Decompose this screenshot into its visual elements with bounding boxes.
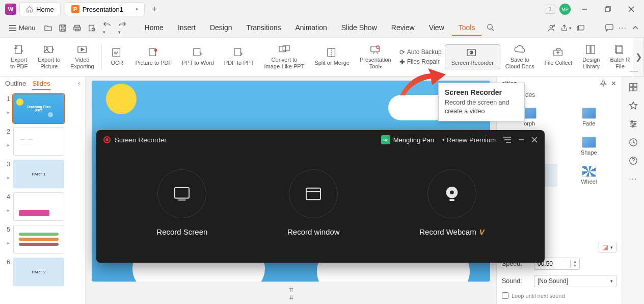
renew-premium-button[interactable]: ▾Renew Premium: [442, 136, 496, 144]
slide-thumbnail-6[interactable]: PART 2: [13, 258, 64, 286]
close-button[interactable]: [622, 2, 641, 16]
transition-fade[interactable]: Fade: [561, 106, 617, 129]
pdf-icon: [13, 44, 24, 55]
picture-to-pdf-button[interactable]: Picture to PDF: [130, 45, 177, 68]
menu-tab-insert[interactable]: Insert: [171, 20, 202, 36]
video-exporting-button[interactable]: Video Exporting: [65, 42, 99, 72]
spin-down-icon[interactable]: ▼: [571, 264, 579, 268]
tab-home[interactable]: Home: [19, 2, 61, 16]
more-icon[interactable]: ···: [619, 23, 627, 33]
layout-icon[interactable]: [629, 83, 638, 92]
screen-recorder-window: Screen Recorder MP Mengting Pan ▾Renew P…: [96, 130, 545, 263]
window-counter[interactable]: 1: [545, 5, 555, 14]
panel-collapse-icon[interactable]: ‹: [78, 80, 80, 90]
ppt-to-word-button[interactable]: PPT to Word: [177, 45, 219, 68]
chat-icon[interactable]: [605, 24, 613, 32]
collapse-ribbon-icon[interactable]: [632, 26, 639, 31]
star-icon[interactable]: [629, 101, 638, 110]
tab-document[interactable]: P Presentation1 •: [65, 2, 145, 16]
open-icon[interactable]: [42, 23, 55, 33]
slide-thumbnail-5[interactable]: [13, 225, 64, 254]
recorder-minimize-icon[interactable]: [518, 137, 524, 143]
slide-thumbnail-4[interactable]: [13, 192, 64, 221]
ocr-button[interactable]: W OCR: [104, 45, 130, 68]
export-icon[interactable]: ▾: [560, 24, 572, 32]
redo-button[interactable]: ▾: [116, 19, 129, 37]
file-collect-button[interactable]: File Collect: [540, 45, 577, 68]
sound-label: Sound:: [502, 277, 530, 285]
animation-indicator-icon: ✦: [6, 208, 10, 214]
svg-rect-7: [60, 25, 66, 31]
repair-icon: ✚: [399, 58, 405, 66]
restore-button[interactable]: [598, 2, 618, 16]
split-merge-button[interactable]: Split or Merge: [309, 45, 354, 68]
window-icon[interactable]: [577, 24, 585, 32]
close-panel-icon[interactable]: ✕: [611, 80, 616, 87]
menu-tab-design[interactable]: Design: [203, 20, 239, 36]
sliders-icon[interactable]: [629, 119, 638, 129]
export-pdf-button[interactable]: Export to PDF: [5, 42, 33, 72]
slide-thumbnail-2[interactable]: [13, 127, 64, 156]
imagelike-icon: [278, 44, 290, 55]
print-preview-icon[interactable]: [86, 23, 98, 33]
svg-point-12: [92, 28, 95, 31]
slides-tab[interactable]: Slides: [32, 80, 50, 90]
design-library-button[interactable]: Design Library: [577, 42, 605, 72]
spin-up-icon[interactable]: ▲: [571, 260, 579, 264]
thumb-number: 4: [5, 192, 10, 200]
pdf-to-ppt-button[interactable]: PDF to PPT: [219, 45, 259, 68]
svg-rect-9: [73, 27, 80, 30]
thumb-number: 5: [5, 225, 10, 233]
convert-imagelike-button[interactable]: Convert to Image-Like PPT: [259, 42, 310, 72]
user-avatar[interactable]: MP: [559, 4, 571, 15]
menu-tab-view[interactable]: View: [422, 20, 451, 36]
export-picture-button[interactable]: Export to Picture: [33, 42, 65, 72]
loop-checkbox[interactable]: [502, 292, 508, 299]
help-icon[interactable]: [629, 156, 638, 165]
svg-rect-38: [591, 45, 595, 54]
menu-tab-transitions[interactable]: Transitions: [240, 20, 288, 36]
menu-tab-home[interactable]: Home: [138, 20, 170, 36]
transition-shape[interactable]: Shape: [561, 135, 617, 158]
svg-rect-59: [175, 187, 189, 198]
save-cloud-label: Save to Cloud Docs: [505, 57, 534, 70]
history-icon[interactable]: [629, 138, 638, 147]
files-repair-button[interactable]: ✚Files Repair: [399, 58, 442, 66]
recorder-menu-icon[interactable]: [503, 137, 511, 143]
outline-tab[interactable]: Outline: [5, 80, 26, 90]
screen-recorder-button[interactable]: Screen Recorder: [445, 44, 500, 69]
menu-tab-tools[interactable]: Tools: [452, 20, 482, 36]
menu-tab-animation[interactable]: Animation: [288, 20, 333, 36]
record-webcam-button[interactable]: Record WebcamV: [419, 169, 484, 236]
svg-text:W: W: [114, 51, 118, 56]
print-icon[interactable]: [71, 23, 84, 33]
svg-rect-42: [633, 84, 636, 87]
menu-tab-slideshow[interactable]: Slide Show: [335, 20, 384, 36]
chevron-down-icon: ▾: [610, 278, 613, 284]
transition-wheel[interactable]: Wheel: [561, 164, 617, 187]
minimize-button[interactable]: [575, 2, 594, 16]
menu-tab-review[interactable]: Review: [385, 20, 421, 36]
more-vertical-icon[interactable]: ···: [629, 174, 637, 184]
record-screen-button[interactable]: Record Screen: [156, 169, 207, 236]
next-slide-icon[interactable]: ⇊: [289, 294, 293, 301]
share-icon[interactable]: [547, 24, 555, 32]
slide-thumbnail-3[interactable]: PART 1: [13, 160, 64, 188]
pin-icon[interactable]: [600, 80, 607, 87]
recorder-close-icon[interactable]: [531, 137, 538, 143]
save-cloud-button[interactable]: Save to Cloud Docs: [500, 42, 540, 72]
prev-slide-icon[interactable]: ⇈: [289, 287, 293, 293]
main-menu-button[interactable]: Menu: [5, 22, 40, 34]
add-tab-button[interactable]: +: [152, 4, 157, 15]
eraser-dropdown[interactable]: ◪▾: [599, 242, 616, 252]
presentation-tool-button[interactable]: Presentation Tool▾: [355, 42, 396, 72]
fade-icon: [582, 108, 596, 119]
save-icon[interactable]: [57, 23, 69, 33]
search-icon[interactable]: [482, 20, 498, 36]
undo-button[interactable]: ▾: [100, 19, 114, 37]
rail-collapse-icon[interactable]: —: [630, 66, 638, 75]
sound-select[interactable]: [No Sound]▾: [534, 275, 616, 287]
slide-thumbnail-1[interactable]: Teaching Plan PPT: [13, 94, 64, 123]
auto-backup-button[interactable]: ⟳Auto Backup: [399, 48, 442, 56]
record-window-button[interactable]: Record window: [287, 169, 340, 236]
